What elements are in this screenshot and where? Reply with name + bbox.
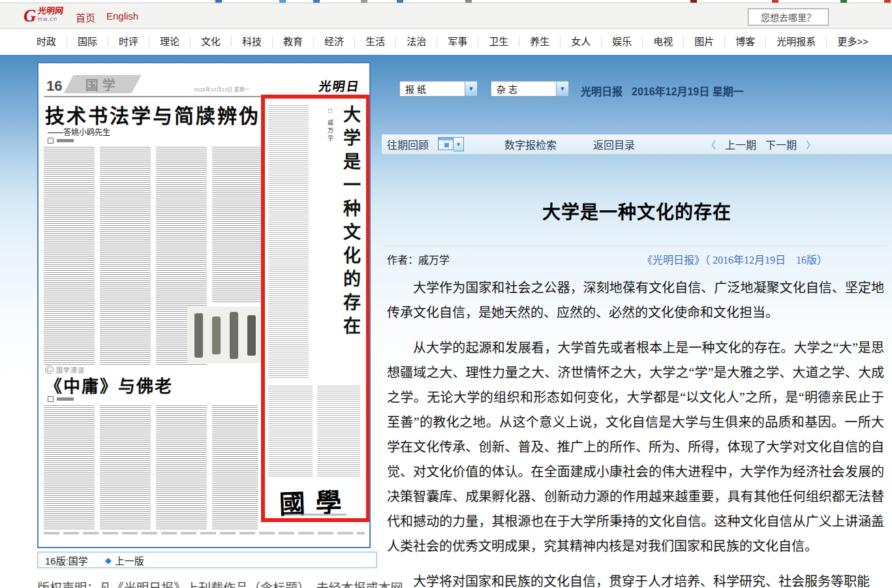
site-header: G 光明网 mw.cn 首页 English [0, 3, 892, 29]
nav-item-dianshi[interactable]: 电视 [643, 37, 684, 47]
newspaper-article2-byline [48, 396, 74, 402]
issue-date: 2016年12月19日 星期一 [632, 83, 744, 99]
author-box-icon [48, 396, 54, 402]
nav-item-nvren[interactable]: 女人 [561, 37, 602, 47]
newspaper-page-image: 16 国学 2016年12月19日 星期一 光明日报 技术书法学与简牍辨伪 ——… [37, 62, 371, 548]
byline-blur [57, 139, 74, 142]
article-author: 作者：戚万学 [387, 251, 450, 267]
chevron-down-icon[interactable]: ▼ [556, 82, 568, 96]
pager-page-label: 16版:国学 [45, 553, 88, 567]
diamond-icon: ◆ [105, 555, 112, 565]
highlight-title-vertical[interactable]: 大学是一种文化的存在 [339, 105, 362, 386]
nav-item-weisheng[interactable]: 卫生 [478, 37, 519, 47]
newspaper-dateline: 2016年12月19日 星期一 [194, 85, 250, 93]
newspaper-text-block [317, 386, 360, 477]
nav-item-jingji[interactable]: 经济 [314, 37, 355, 47]
nav-item-shenghuo[interactable]: 生活 [355, 37, 396, 47]
article-paragraph: 大学作为国家和社会之公器，深刻地葆有文化自信、广泛地凝聚文化自信、坚定地传承文化… [387, 275, 884, 325]
calendar-icon[interactable] [438, 137, 454, 150]
newspaper-text-block [44, 147, 95, 365]
prev-page-link[interactable]: 上一版 [115, 553, 144, 567]
author-box-icon [48, 138, 54, 144]
prev-bracket-icon: 〈 [706, 138, 716, 151]
english-link[interactable]: English [106, 10, 138, 22]
logo-domain: mw.cn [38, 16, 63, 22]
article-highlight-box[interactable]: □ 戚万学 大学是一种文化的存在 國學 [261, 95, 369, 522]
digital-search-link[interactable]: 数字报检索 [504, 136, 557, 152]
nav-item-yule[interactable]: 娱乐 [602, 37, 643, 47]
newspaper-article1-title[interactable]: 技术书法学与简牍辨伪 [45, 100, 260, 129]
newspaper-text-block [100, 147, 151, 365]
nav-item-more[interactable]: 更多>> [827, 37, 879, 47]
back-issues-link[interactable]: 往期回顾 [387, 136, 429, 152]
issue-info: 光明日报 2016年12月19日 星期一 [581, 83, 744, 99]
nav-item-yangsheng[interactable]: 养生 [519, 37, 561, 47]
newspaper-text-block [156, 405, 207, 529]
nav-item-shiping[interactable]: 时评 [108, 37, 149, 47]
nav-item-boke[interactable]: 博客 [725, 37, 766, 47]
newspaper-article1-subtitle: ——答姚小鸥先生 [48, 126, 110, 137]
nav-item-guoji[interactable]: 国际 [67, 37, 108, 47]
next-bracket-icon: 〉 [806, 138, 816, 151]
calligraphy-caption-blur [285, 514, 346, 516]
magazine-select[interactable]: 杂 志 ▼ [491, 81, 569, 97]
title-divider [383, 245, 887, 246]
newspaper-text-block [100, 405, 151, 529]
highlight-author-vertical: □ 戚万学 [326, 108, 335, 144]
newspaper-text-block [268, 386, 313, 477]
newspaper-text-block [44, 405, 95, 529]
calendar-dropdown-button[interactable]: ▼ [454, 137, 464, 151]
chevron-down-icon[interactable]: ▼ [465, 82, 477, 96]
article-paragraph: 从大学的起源和发展看，大学首先或者根本上是一种文化的存在。大学之“大”是思想疆域… [387, 335, 884, 559]
nav-item-wenhua[interactable]: 文化 [191, 37, 232, 47]
gmw-logo-icon[interactable]: G 光明网 mw.cn [23, 7, 63, 25]
prev-issue-link[interactable]: 上一期 [725, 136, 756, 152]
calendar-picker[interactable]: ▼ [438, 137, 464, 151]
site-search-input[interactable] [748, 8, 829, 25]
newspaper-section-banner: 国学 [64, 75, 142, 93]
nav-item-tupian[interactable]: 图片 [684, 37, 725, 47]
paper-select-value: 报 纸 [400, 82, 465, 95]
nav-item-fazhi[interactable]: 法治 [396, 37, 437, 47]
main-nav: 时政 国际 时评 理论 文化 科技 教育 经济 生活 法治 军事 卫生 养生 女… [0, 29, 892, 55]
logo-letter: G [23, 7, 37, 25]
newspaper-article2-title[interactable]: 《中庸》与佛老 [45, 373, 173, 397]
back-to-contents-link[interactable]: 返回目录 [593, 136, 635, 152]
newspaper-text-block [212, 147, 263, 303]
bamboo-slips-figure [187, 307, 263, 364]
newspaper-text-block [212, 405, 258, 529]
nav-item-gmbx[interactable]: 光明报系 [766, 37, 827, 47]
article-body: 大学作为国家和社会之公器，深刻地葆有文化自信、广泛地凝聚文化自信、坚定地传承文化… [387, 275, 884, 588]
newspaper-article1-byline [48, 138, 74, 144]
article-paragraph: 大学将对国家和民族的文化自信，贯穿于人才培养、科学研究、社会服务等职能 [387, 569, 884, 588]
nav-item-lilun[interactable]: 理论 [149, 37, 191, 47]
article-meta: 作者：戚万学 《光明日报》（ 2016年12月19日 16版） [387, 251, 881, 267]
newspaper-text-block [268, 105, 309, 379]
page-pager-bar: 16版:国学 ◆ 上一版 [37, 551, 377, 568]
nav-item-junshi[interactable]: 军事 [437, 37, 478, 47]
logo-site-name: 光明网 [37, 7, 64, 16]
newspaper-page-number: 16 [46, 78, 62, 95]
nav-item-keji[interactable]: 科技 [232, 37, 273, 47]
byline-blur [57, 397, 74, 401]
reader-toolbar: 往期回顾 ▼ 数字报检索 返回目录 〈 上一期 下一期 〉 [382, 134, 892, 155]
newspaper-section-label: 国学 [85, 75, 119, 94]
nav-item-shizheng[interactable]: 时政 [26, 37, 67, 47]
magazine-select-value: 杂 志 [491, 82, 556, 95]
article-title: 大学是一种文化的存在 [382, 198, 892, 224]
home-link[interactable]: 首页 [76, 10, 95, 24]
next-issue-link[interactable]: 下一期 [765, 136, 797, 152]
guoxue-calligraphy: 國學 [264, 480, 367, 521]
paper-name: 光明日报 [581, 83, 623, 99]
nav-item-jiaoyu[interactable]: 教育 [273, 37, 314, 47]
article-source-link[interactable]: 《光明日报》（ 2016年12月19日 16版） [642, 251, 827, 267]
newspaper-footer-line [44, 532, 365, 534]
paper-select[interactable]: 报 纸 ▼ [399, 81, 478, 97]
